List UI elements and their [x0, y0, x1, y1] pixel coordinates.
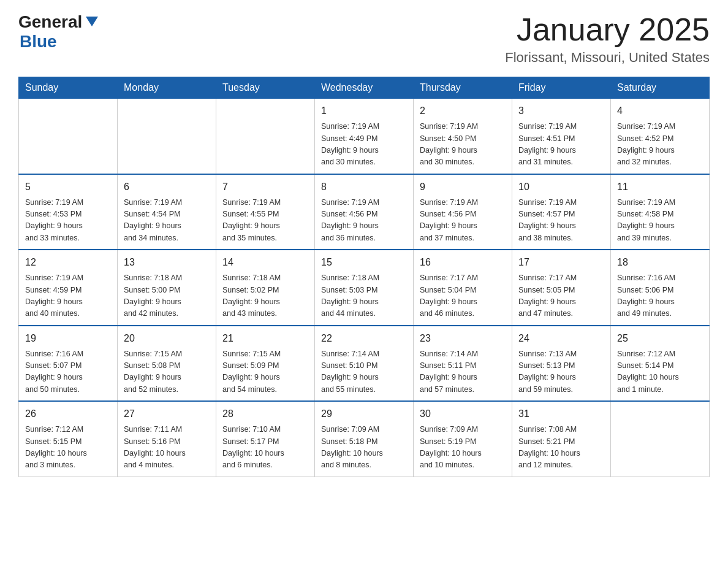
calendar-week-row: 1Sunrise: 7:19 AMSunset: 4:49 PMDaylight…: [19, 99, 710, 174]
calendar-cell: 9Sunrise: 7:19 AMSunset: 4:56 PMDaylight…: [414, 174, 512, 250]
day-number: 24: [518, 331, 604, 346]
day-info: Sunrise: 7:16 AMSunset: 5:07 PMDaylight:…: [25, 348, 111, 396]
day-number: 16: [420, 255, 506, 270]
weekday-header-tuesday: Tuesday: [216, 77, 315, 99]
day-number: 20: [124, 331, 210, 346]
calendar-cell: 4Sunrise: 7:19 AMSunset: 4:52 PMDaylight…: [611, 99, 710, 174]
day-info: Sunrise: 7:19 AMSunset: 4:56 PMDaylight:…: [420, 197, 506, 245]
day-number: 1: [321, 104, 407, 118]
day-number: 29: [321, 407, 407, 421]
calendar-cell: 26Sunrise: 7:12 AMSunset: 5:15 PMDayligh…: [19, 401, 118, 477]
weekday-header-friday: Friday: [512, 77, 611, 99]
day-number: 2: [420, 104, 506, 118]
logo-blue-text: Blue: [20, 32, 57, 52]
calendar-cell: [19, 99, 118, 174]
month-year-title: January 2025: [505, 12, 710, 47]
day-number: 22: [321, 331, 407, 346]
calendar-week-row: 26Sunrise: 7:12 AMSunset: 5:15 PMDayligh…: [19, 401, 710, 477]
calendar-cell: 5Sunrise: 7:19 AMSunset: 4:53 PMDaylight…: [19, 174, 118, 250]
day-info: Sunrise: 7:18 AMSunset: 5:02 PMDaylight:…: [222, 272, 308, 320]
calendar-cell: 22Sunrise: 7:14 AMSunset: 5:10 PMDayligh…: [315, 326, 414, 402]
day-number: 9: [420, 180, 506, 194]
calendar-cell: 24Sunrise: 7:13 AMSunset: 5:13 PMDayligh…: [512, 326, 611, 402]
day-info: Sunrise: 7:19 AMSunset: 4:50 PMDaylight:…: [420, 121, 506, 169]
logo: General Blue: [18, 12, 98, 52]
calendar-cell: 25Sunrise: 7:12 AMSunset: 5:14 PMDayligh…: [611, 326, 710, 402]
day-number: 8: [321, 180, 407, 194]
weekday-header-sunday: Sunday: [19, 77, 118, 99]
day-number: 23: [420, 331, 506, 346]
calendar-week-row: 19Sunrise: 7:16 AMSunset: 5:07 PMDayligh…: [19, 326, 710, 402]
day-info: Sunrise: 7:15 AMSunset: 5:09 PMDaylight:…: [222, 348, 308, 396]
day-info: Sunrise: 7:19 AMSunset: 4:54 PMDaylight:…: [124, 197, 210, 245]
calendar-cell: 31Sunrise: 7:08 AMSunset: 5:21 PMDayligh…: [512, 401, 611, 477]
location-subtitle: Florissant, Missouri, United States: [505, 50, 710, 66]
calendar-cell: 7Sunrise: 7:19 AMSunset: 4:55 PMDaylight…: [216, 174, 315, 250]
weekday-header-wednesday: Wednesday: [315, 77, 414, 99]
calendar-cell: 23Sunrise: 7:14 AMSunset: 5:11 PMDayligh…: [414, 326, 512, 402]
calendar-cell: [216, 99, 315, 174]
day-info: Sunrise: 7:14 AMSunset: 5:11 PMDaylight:…: [420, 348, 506, 396]
day-info: Sunrise: 7:13 AMSunset: 5:13 PMDaylight:…: [518, 348, 604, 396]
day-info: Sunrise: 7:19 AMSunset: 4:49 PMDaylight:…: [321, 121, 407, 169]
title-section: January 2025 Florissant, Missouri, Unite…: [505, 12, 710, 66]
calendar-cell: 30Sunrise: 7:09 AMSunset: 5:19 PMDayligh…: [414, 401, 512, 477]
day-number: 10: [518, 180, 604, 194]
calendar-cell: [611, 401, 710, 477]
calendar-cell: 14Sunrise: 7:18 AMSunset: 5:02 PMDayligh…: [216, 250, 315, 326]
day-number: 18: [617, 255, 703, 270]
day-number: 17: [518, 255, 604, 270]
day-info: Sunrise: 7:12 AMSunset: 5:15 PMDaylight:…: [25, 424, 111, 472]
day-number: 26: [25, 407, 111, 421]
day-info: Sunrise: 7:19 AMSunset: 4:59 PMDaylight:…: [25, 272, 111, 320]
calendar-table: SundayMondayTuesdayWednesdayThursdayFrid…: [18, 77, 710, 477]
calendar-cell: 1Sunrise: 7:19 AMSunset: 4:49 PMDaylight…: [315, 99, 414, 174]
calendar-cell: 16Sunrise: 7:17 AMSunset: 5:04 PMDayligh…: [414, 250, 512, 326]
calendar-cell: 12Sunrise: 7:19 AMSunset: 4:59 PMDayligh…: [19, 250, 118, 326]
day-number: 25: [617, 331, 703, 346]
calendar-cell: 28Sunrise: 7:10 AMSunset: 5:17 PMDayligh…: [216, 401, 315, 477]
logo-triangle-icon: [86, 17, 98, 26]
calendar-cell: 6Sunrise: 7:19 AMSunset: 4:54 PMDaylight…: [118, 174, 216, 250]
day-number: 27: [124, 407, 210, 421]
logo-general-text: General: [18, 12, 82, 32]
day-info: Sunrise: 7:19 AMSunset: 4:58 PMDaylight:…: [617, 197, 703, 245]
calendar-week-row: 12Sunrise: 7:19 AMSunset: 4:59 PMDayligh…: [19, 250, 710, 326]
calendar-cell: 2Sunrise: 7:19 AMSunset: 4:50 PMDaylight…: [414, 99, 512, 174]
calendar-cell: 15Sunrise: 7:18 AMSunset: 5:03 PMDayligh…: [315, 250, 414, 326]
day-number: 5: [25, 180, 111, 194]
day-info: Sunrise: 7:15 AMSunset: 5:08 PMDaylight:…: [124, 348, 210, 396]
day-info: Sunrise: 7:19 AMSunset: 4:56 PMDaylight:…: [321, 197, 407, 245]
day-info: Sunrise: 7:18 AMSunset: 5:03 PMDaylight:…: [321, 272, 407, 320]
weekday-header-saturday: Saturday: [611, 77, 710, 99]
calendar-cell: 19Sunrise: 7:16 AMSunset: 5:07 PMDayligh…: [19, 326, 118, 402]
day-info: Sunrise: 7:19 AMSunset: 4:53 PMDaylight:…: [25, 197, 111, 245]
weekday-header-row: SundayMondayTuesdayWednesdayThursdayFrid…: [19, 77, 710, 99]
day-number: 31: [518, 407, 604, 421]
day-number: 28: [222, 407, 308, 421]
day-info: Sunrise: 7:11 AMSunset: 5:16 PMDaylight:…: [124, 424, 210, 472]
day-number: 11: [617, 180, 703, 194]
calendar-cell: 27Sunrise: 7:11 AMSunset: 5:16 PMDayligh…: [118, 401, 216, 477]
day-info: Sunrise: 7:10 AMSunset: 5:17 PMDaylight:…: [222, 424, 308, 472]
weekday-header-thursday: Thursday: [414, 77, 512, 99]
day-number: 30: [420, 407, 506, 421]
calendar-cell: 17Sunrise: 7:17 AMSunset: 5:05 PMDayligh…: [512, 250, 611, 326]
weekday-header-monday: Monday: [118, 77, 216, 99]
day-number: 3: [518, 104, 604, 118]
calendar-cell: 13Sunrise: 7:18 AMSunset: 5:00 PMDayligh…: [118, 250, 216, 326]
calendar-cell: 10Sunrise: 7:19 AMSunset: 4:57 PMDayligh…: [512, 174, 611, 250]
calendar-cell: 8Sunrise: 7:19 AMSunset: 4:56 PMDaylight…: [315, 174, 414, 250]
day-info: Sunrise: 7:12 AMSunset: 5:14 PMDaylight:…: [617, 348, 703, 396]
calendar-cell: 29Sunrise: 7:09 AMSunset: 5:18 PMDayligh…: [315, 401, 414, 477]
day-number: 4: [617, 104, 703, 118]
day-number: 19: [25, 331, 111, 346]
day-info: Sunrise: 7:18 AMSunset: 5:00 PMDaylight:…: [124, 272, 210, 320]
day-info: Sunrise: 7:17 AMSunset: 5:04 PMDaylight:…: [420, 272, 506, 320]
day-info: Sunrise: 7:08 AMSunset: 5:21 PMDaylight:…: [518, 424, 604, 472]
day-info: Sunrise: 7:19 AMSunset: 4:55 PMDaylight:…: [222, 197, 308, 245]
day-number: 13: [124, 255, 210, 270]
calendar-cell: 11Sunrise: 7:19 AMSunset: 4:58 PMDayligh…: [611, 174, 710, 250]
day-info: Sunrise: 7:19 AMSunset: 4:52 PMDaylight:…: [617, 121, 703, 169]
day-info: Sunrise: 7:09 AMSunset: 5:19 PMDaylight:…: [420, 424, 506, 472]
